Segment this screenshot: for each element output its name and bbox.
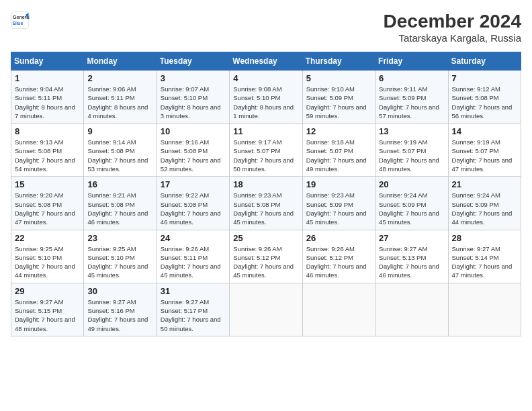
weekday-header-row: SundayMondayTuesdayWednesdayThursdayFrid… — [11, 52, 521, 71]
day-number: 11 — [233, 126, 298, 136]
day-info: Sunrise: 9:07 AMSunset: 5:10 PMDaylight:… — [161, 85, 226, 120]
day-number: 10 — [161, 126, 226, 136]
day-cell: 19Sunrise: 9:23 AMSunset: 5:09 PMDayligh… — [302, 177, 375, 230]
day-info: Sunrise: 9:04 AMSunset: 5:11 PMDaylight:… — [15, 85, 80, 120]
day-info: Sunrise: 9:24 AMSunset: 5:09 PMDaylight:… — [452, 191, 517, 226]
day-info: Sunrise: 9:22 AMSunset: 5:08 PMDaylight:… — [161, 191, 226, 226]
day-info: Sunrise: 9:19 AMSunset: 5:07 PMDaylight:… — [452, 138, 517, 173]
day-cell: 23Sunrise: 9:25 AMSunset: 5:10 PMDayligh… — [84, 230, 157, 283]
day-number: 27 — [379, 233, 444, 243]
day-cell: 3Sunrise: 9:07 AMSunset: 5:10 PMDaylight… — [157, 71, 229, 124]
page-header: General Blue December 2024 Tatarskaya Ka… — [11, 11, 521, 44]
day-cell: 11Sunrise: 9:17 AMSunset: 5:07 PMDayligh… — [230, 124, 302, 177]
day-info: Sunrise: 9:26 AMSunset: 5:12 PMDaylight:… — [233, 244, 298, 280]
day-cell: 25Sunrise: 9:26 AMSunset: 5:12 PMDayligh… — [230, 230, 302, 283]
day-number: 24 — [161, 233, 226, 243]
day-cell: 5Sunrise: 9:10 AMSunset: 5:09 PMDaylight… — [302, 71, 375, 124]
day-number: 1 — [15, 73, 80, 83]
day-number: 30 — [87, 286, 152, 296]
day-number: 19 — [306, 179, 371, 189]
day-info: Sunrise: 9:27 AMSunset: 5:13 PMDaylight:… — [379, 244, 444, 280]
day-number: 4 — [233, 73, 298, 83]
day-cell: 12Sunrise: 9:18 AMSunset: 5:07 PMDayligh… — [302, 124, 375, 177]
day-number: 5 — [306, 73, 371, 83]
svg-rect-0 — [12, 12, 29, 29]
day-cell — [375, 283, 448, 336]
weekday-header-sunday: Sunday — [11, 52, 84, 71]
day-cell — [448, 283, 521, 336]
weekday-header-monday: Monday — [84, 52, 157, 71]
day-info: Sunrise: 9:25 AMSunset: 5:10 PMDaylight:… — [15, 244, 80, 280]
day-number: 8 — [15, 126, 80, 136]
day-cell: 16Sunrise: 9:21 AMSunset: 5:08 PMDayligh… — [84, 177, 157, 230]
day-number: 17 — [161, 179, 226, 189]
weekday-header-friday: Friday — [375, 52, 448, 71]
day-info: Sunrise: 9:13 AMSunset: 5:08 PMDaylight:… — [15, 138, 80, 173]
week-row-1: 1Sunrise: 9:04 AMSunset: 5:11 PMDaylight… — [11, 71, 521, 124]
day-cell: 6Sunrise: 9:11 AMSunset: 5:09 PMDaylight… — [375, 71, 448, 124]
calendar-table: SundayMondayTuesdayWednesdayThursdayFrid… — [11, 52, 521, 336]
day-cell: 20Sunrise: 9:24 AMSunset: 5:09 PMDayligh… — [375, 177, 448, 230]
day-number: 21 — [452, 179, 517, 189]
day-cell: 13Sunrise: 9:19 AMSunset: 5:07 PMDayligh… — [375, 124, 448, 177]
day-info: Sunrise: 9:27 AMSunset: 5:16 PMDaylight:… — [87, 298, 152, 333]
day-info: Sunrise: 9:18 AMSunset: 5:07 PMDaylight:… — [306, 138, 371, 173]
day-info: Sunrise: 9:08 AMSunset: 5:10 PMDaylight:… — [233, 85, 298, 120]
day-info: Sunrise: 9:23 AMSunset: 5:08 PMDaylight:… — [233, 191, 298, 226]
day-number: 31 — [161, 286, 226, 296]
weekday-header-thursday: Thursday — [302, 52, 375, 71]
day-cell: 17Sunrise: 9:22 AMSunset: 5:08 PMDayligh… — [157, 177, 229, 230]
day-info: Sunrise: 9:14 AMSunset: 5:08 PMDaylight:… — [87, 138, 152, 173]
day-info: Sunrise: 9:27 AMSunset: 5:14 PMDaylight:… — [452, 244, 517, 280]
day-cell: 1Sunrise: 9:04 AMSunset: 5:11 PMDaylight… — [11, 71, 84, 124]
day-info: Sunrise: 9:24 AMSunset: 5:09 PMDaylight:… — [379, 191, 444, 226]
week-row-2: 8Sunrise: 9:13 AMSunset: 5:08 PMDaylight… — [11, 124, 521, 177]
day-number: 28 — [452, 233, 517, 243]
day-info: Sunrise: 9:19 AMSunset: 5:07 PMDaylight:… — [379, 138, 444, 173]
day-cell: 15Sunrise: 9:20 AMSunset: 5:08 PMDayligh… — [11, 177, 84, 230]
day-number: 7 — [452, 73, 517, 83]
day-number: 18 — [233, 179, 298, 189]
logo-icon: General Blue — [11, 11, 30, 30]
day-info: Sunrise: 9:26 AMSunset: 5:12 PMDaylight:… — [306, 244, 371, 280]
day-cell: 2Sunrise: 9:06 AMSunset: 5:11 PMDaylight… — [84, 71, 157, 124]
day-number: 9 — [87, 126, 152, 136]
day-cell: 8Sunrise: 9:13 AMSunset: 5:08 PMDaylight… — [11, 124, 84, 177]
day-info: Sunrise: 9:06 AMSunset: 5:11 PMDaylight:… — [87, 85, 152, 120]
svg-text:Blue: Blue — [13, 21, 23, 26]
day-info: Sunrise: 9:25 AMSunset: 5:10 PMDaylight:… — [87, 244, 152, 280]
day-number: 2 — [87, 73, 152, 83]
day-cell: 9Sunrise: 9:14 AMSunset: 5:08 PMDaylight… — [84, 124, 157, 177]
day-number: 25 — [233, 233, 298, 243]
day-cell: 30Sunrise: 9:27 AMSunset: 5:16 PMDayligh… — [84, 283, 157, 336]
day-info: Sunrise: 9:27 AMSunset: 5:17 PMDaylight:… — [161, 298, 226, 333]
day-number: 29 — [15, 286, 80, 296]
day-number: 20 — [379, 179, 444, 189]
day-cell: 28Sunrise: 9:27 AMSunset: 5:14 PMDayligh… — [448, 230, 521, 283]
day-info: Sunrise: 9:11 AMSunset: 5:09 PMDaylight:… — [379, 85, 444, 120]
day-number: 6 — [379, 73, 444, 83]
day-number: 13 — [379, 126, 444, 136]
day-cell: 18Sunrise: 9:23 AMSunset: 5:08 PMDayligh… — [230, 177, 302, 230]
week-row-5: 29Sunrise: 9:27 AMSunset: 5:15 PMDayligh… — [11, 283, 521, 336]
day-cell: 24Sunrise: 9:26 AMSunset: 5:11 PMDayligh… — [157, 230, 229, 283]
day-cell: 14Sunrise: 9:19 AMSunset: 5:07 PMDayligh… — [448, 124, 521, 177]
day-cell: 29Sunrise: 9:27 AMSunset: 5:15 PMDayligh… — [11, 283, 84, 336]
day-info: Sunrise: 9:17 AMSunset: 5:07 PMDaylight:… — [233, 138, 298, 173]
day-info: Sunrise: 9:20 AMSunset: 5:08 PMDaylight:… — [15, 191, 80, 226]
day-number: 16 — [87, 179, 152, 189]
day-number: 15 — [15, 179, 80, 189]
day-cell: 4Sunrise: 9:08 AMSunset: 5:10 PMDaylight… — [230, 71, 302, 124]
day-cell: 22Sunrise: 9:25 AMSunset: 5:10 PMDayligh… — [11, 230, 84, 283]
week-row-4: 22Sunrise: 9:25 AMSunset: 5:10 PMDayligh… — [11, 230, 521, 283]
day-info: Sunrise: 9:26 AMSunset: 5:11 PMDaylight:… — [161, 244, 226, 280]
day-info: Sunrise: 9:16 AMSunset: 5:08 PMDaylight:… — [161, 138, 226, 173]
month-title: December 2024 — [384, 11, 521, 32]
day-cell — [230, 283, 302, 336]
day-cell: 27Sunrise: 9:27 AMSunset: 5:13 PMDayligh… — [375, 230, 448, 283]
title-block: December 2024 Tatarskaya Kargala, Russia — [384, 11, 521, 44]
day-cell — [302, 283, 375, 336]
day-number: 3 — [161, 73, 226, 83]
day-number: 26 — [306, 233, 371, 243]
day-number: 22 — [15, 233, 80, 243]
